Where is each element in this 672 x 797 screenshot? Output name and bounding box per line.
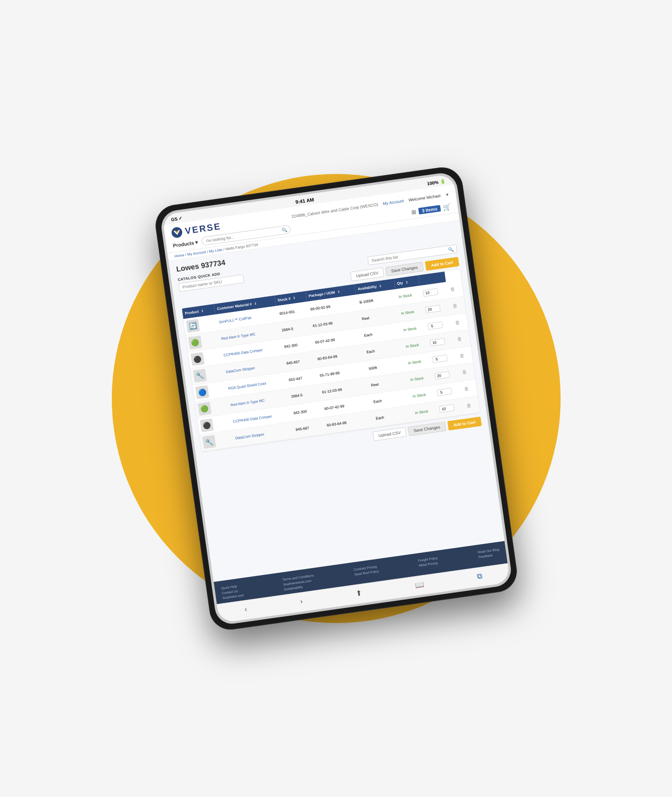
delete-row-btn[interactable]: 🗑 [456, 335, 463, 343]
quantity-input[interactable] [423, 288, 438, 297]
add-to-cart-btn-top[interactable]: Add to Cart [424, 257, 459, 271]
product-name-link[interactable]: RG6 Quad Shield Coax [228, 381, 266, 391]
ipad-device: GS ✓ 9:41 AM 100% 🔋 [153, 165, 519, 632]
availability-badge: In Stock [403, 326, 417, 332]
delete-row-btn[interactable]: 🗑 [458, 352, 466, 360]
footer-col-5: Read Our BlogFeedback [477, 548, 501, 564]
ipad-frame: GS ✓ 9:41 AM 100% 🔋 [153, 165, 519, 632]
availability-badge: In Stock [412, 392, 426, 398]
product-name-link[interactable]: DataCom Stripper [225, 366, 255, 374]
delete-row-btn[interactable]: 🗑 [449, 285, 456, 294]
product-name-link[interactable]: Red Alert ® Type MC [221, 332, 255, 341]
product-name-link[interactable]: Red Alert ® Type MC [230, 398, 265, 407]
product-image: 🔄 [186, 319, 200, 333]
delete-row-btn[interactable]: 🗑 [451, 302, 459, 310]
product-name-link[interactable]: SimPULL™ CoilPak [218, 316, 251, 324]
availability-badge: In Stock [401, 309, 415, 315]
welcome-text: Welcome Michael [408, 193, 440, 202]
battery-text: 100% [426, 180, 439, 186]
add-to-cart-btn-bottom[interactable]: Add to Cart [447, 416, 481, 430]
logo-text: VERSE [184, 221, 222, 236]
products-dropdown-btn[interactable]: Products ▾ [173, 239, 198, 248]
ios-bookmarks-btn[interactable]: 📖 [409, 577, 430, 592]
status-left: GS ✓ [171, 216, 182, 223]
scene: GS ✓ 9:41 AM 100% 🔋 [0, 0, 672, 797]
quantity-input[interactable] [427, 321, 443, 330]
quantity-input[interactable] [434, 371, 450, 380]
breadcrumb-my-account[interactable]: My Account [187, 250, 206, 256]
quantity-input[interactable] [432, 354, 447, 363]
product-image: 🟢 [197, 402, 211, 416]
product-delete-cell: 🗑 [460, 379, 477, 398]
quantity-input[interactable] [437, 388, 452, 396]
product-image: 🔧 [202, 435, 216, 449]
ios-share-btn[interactable]: ⬆ [350, 586, 368, 600]
delete-row-btn[interactable]: 🗑 [465, 401, 472, 410]
product-delete-cell: 🗑 [462, 396, 479, 414]
quantity-input[interactable] [430, 338, 445, 347]
product-image: ⚫ [200, 419, 214, 432]
product-image: 🟢 [188, 336, 202, 350]
quantity-input[interactable] [439, 404, 454, 413]
logo-icon [170, 226, 183, 239]
save-changes-btn-top[interactable]: Save Changes [385, 262, 424, 276]
availability-badge: In Stock [398, 293, 412, 299]
cart-area: ⊞ 3 Items 🛒 [411, 203, 452, 216]
ios-back-btn[interactable]: ‹ [239, 602, 253, 616]
save-changes-btn-bottom[interactable]: Save Changes [408, 422, 446, 436]
search-list-icon: 🔍 [448, 246, 454, 252]
availability-badge: In Stock [410, 376, 424, 382]
product-image: ⚫ [191, 352, 204, 366]
ipad-bezel: GS ✓ 9:41 AM 100% 🔋 [159, 171, 513, 626]
availability-badge: In Stock [405, 343, 419, 349]
footer-col-3: Contract PricingSteel Reel Policy [353, 565, 379, 581]
products-label: Products [173, 240, 194, 248]
availability-badge: In Stock [408, 359, 421, 365]
battery-icon: 🔋 [439, 178, 446, 185]
product-delete-cell: 🗑 [457, 363, 475, 381]
ios-forward-btn[interactable]: › [294, 594, 308, 608]
ios-tabs-btn[interactable]: ⧉ [471, 569, 488, 583]
carrier-signal: GS ✓ [171, 216, 182, 223]
my-account-link[interactable]: My Account [382, 198, 404, 206]
upload-csv-btn-top[interactable]: Upload CSV [350, 267, 384, 281]
upload-csv-btn-bottom[interactable]: Upload CSV [373, 427, 406, 441]
product-delete-cell: 🗑 [455, 346, 472, 365]
product-delete-cell: 🗑 [446, 280, 463, 298]
footer-col-4: Freight PolicyMetal Pricing [418, 556, 439, 572]
status-right: 100% 🔋 [426, 178, 446, 186]
delete-row-btn[interactable]: 🗑 [460, 368, 468, 376]
delete-row-btn[interactable]: 🗑 [453, 318, 461, 327]
product-availability-cell: In Stock [411, 402, 438, 422]
cart-icon[interactable]: 🛒 [442, 203, 451, 211]
grid-view-icon[interactable]: ⊞ [411, 208, 417, 216]
status-time: 9:41 AM [295, 197, 314, 205]
product-delete-cell: 🗑 [452, 329, 470, 348]
product-delete-cell: 🗑 [450, 313, 468, 332]
delete-row-btn[interactable]: 🗑 [463, 385, 470, 393]
footer-col-2: Terms and ConditionsSouthwiretools.comSu… [282, 574, 315, 591]
footer-col-1: Quick HelpContact UsSouthwire.com [221, 583, 244, 600]
quantity-input[interactable] [425, 305, 440, 313]
breadcrumb-my-lists[interactable]: My Lists [208, 247, 222, 253]
product-image: 🔧 [193, 369, 207, 383]
main-content: Lowes 937734 CATALOG QUICK ADD 🔍 [169, 220, 504, 582]
products-chevron-icon: ▾ [195, 239, 198, 245]
product-qty-cell [436, 398, 464, 419]
availability-badge: In Stock [415, 409, 428, 415]
product-name-link[interactable]: CCPR400 Data Crimper [233, 414, 272, 423]
product-delete-cell: 🗑 [448, 296, 466, 315]
product-name-link[interactable]: DataCom Stripper [235, 432, 264, 440]
ipad-screen: GS ✓ 9:41 AM 100% 🔋 [162, 174, 510, 623]
product-image: 🔵 [195, 385, 209, 399]
product-name-link[interactable]: CCPR400 Data Crimper [223, 348, 263, 357]
search-icon: 🔍 [281, 227, 288, 233]
welcome-dropdown-icon[interactable]: ▼ [445, 192, 449, 197]
cart-items-count: 3 Items [418, 205, 441, 214]
breadcrumb-home[interactable]: Home [174, 253, 184, 258]
